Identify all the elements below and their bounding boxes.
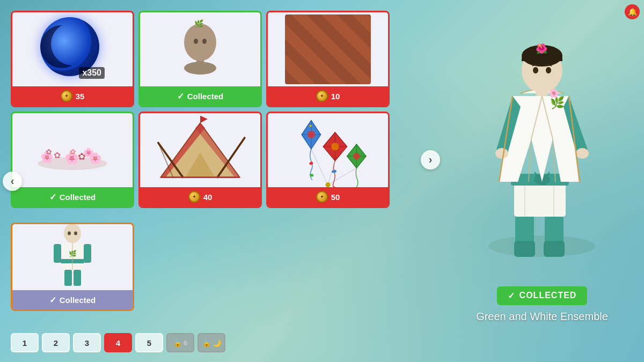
svg-point-27: [308, 131, 315, 138]
svg-text:🌸: 🌸: [83, 147, 94, 158]
avatar-check-icon: ✓: [177, 91, 184, 101]
preview-item-name: Green and White Ensemble: [476, 311, 608, 323]
svg-text:✿: ✿: [46, 147, 52, 156]
svg-text:✿: ✿: [54, 151, 61, 160]
svg-marker-21: [200, 116, 208, 123]
svg-rect-54: [84, 244, 91, 263]
notification-icon[interactable]: 🔔: [625, 4, 640, 19]
kites-preview: ✦: [268, 113, 388, 187]
blossom-svg: 🌸 ✿ 🌸 ✿ 🌸 ✿ ✿ 🌸: [30, 129, 115, 172]
badge-collected-label: COLLECTED: [519, 291, 577, 300]
texture-coin-icon: ✦: [316, 90, 328, 102]
kites-price: 50: [331, 193, 340, 202]
preview-character-svg: 🌿 🌸 🌺: [467, 42, 617, 278]
page-btn-5[interactable]: 5: [135, 333, 163, 352]
outfit-mini-svg: 🌿: [43, 224, 102, 290]
locked-page-6-label: 6: [184, 339, 187, 347]
item-card-texture[interactable]: ✦ 10: [266, 11, 390, 107]
tent-preview: [140, 113, 260, 187]
svg-rect-53: [54, 244, 61, 263]
lock-icon-moon: 🔒: [202, 339, 211, 347]
svg-text:🌿: 🌿: [194, 19, 204, 28]
item-card-outfit[interactable]: 🌿 ✓ Collected: [11, 223, 134, 311]
preview-character: 🌿 🌸 🌺: [462, 40, 623, 281]
main-container: 🔔 ‹ › x350: [0, 0, 644, 362]
kites-coin-icon: ✦: [316, 191, 328, 203]
locked-page-moon-label: 🌙: [213, 339, 221, 347]
svg-point-55: [68, 231, 71, 235]
page-btn-2[interactable]: 2: [42, 333, 70, 352]
svg-point-57: [488, 235, 596, 257]
moon-shards-price: 35: [76, 92, 85, 101]
svg-rect-51: [64, 270, 72, 286]
svg-text:🌺: 🌺: [536, 43, 548, 55]
svg-point-76: [533, 67, 538, 73]
outfit-check-icon: ✓: [49, 295, 56, 305]
preview-section: 🌿 🌸 🌺 ✓ COLLECT: [440, 0, 644, 362]
texture-preview: [268, 12, 388, 86]
lock-icon-6: 🔒: [173, 339, 182, 347]
kites-footer: ✦ 50: [268, 187, 388, 206]
blossoms-footer: ✓ Collected: [12, 187, 133, 206]
avatar-svg: 🌿: [176, 14, 224, 84]
svg-text:🌿: 🌿: [550, 95, 565, 110]
svg-text:✦: ✦: [309, 123, 313, 129]
item-card-moon-shards[interactable]: x350 ✦ 35: [11, 11, 134, 107]
svg-line-40: [311, 149, 328, 185]
tent-footer: ✦ 40: [140, 187, 260, 206]
tent-coin-icon: ✦: [188, 191, 200, 203]
page-btn-4[interactable]: 4: [104, 333, 132, 352]
blossoms-collected-label: Collected: [60, 193, 96, 202]
svg-rect-61: [544, 241, 565, 257]
moon-shards-preview: x350: [12, 12, 133, 86]
svg-point-1: [184, 24, 216, 61]
avatar-collected-label: Collected: [187, 92, 224, 101]
grid-rows: x350 ✦ 35: [11, 11, 435, 208]
item-card-tent[interactable]: ✦ 40: [138, 112, 262, 208]
svg-point-77: [546, 67, 551, 73]
page-btn-1[interactable]: 1: [11, 333, 39, 352]
svg-point-43: [326, 182, 331, 187]
svg-rect-60: [514, 241, 535, 257]
svg-point-44: [64, 224, 81, 243]
blossoms-check-icon: ✓: [49, 192, 56, 202]
grid-row-1: x350 ✦ 35: [11, 11, 435, 107]
collected-badge: ✓ COLLECTED: [497, 286, 588, 305]
outfit-footer: ✓ Collected: [12, 290, 133, 309]
texture-visual: [285, 14, 371, 84]
svg-point-5: [184, 62, 216, 75]
pagination-bar: 1 2 3 4 5 🔒 6 🔒 🌙: [11, 333, 225, 352]
texture-price: 10: [331, 92, 340, 101]
svg-text:✿: ✿: [70, 147, 76, 156]
svg-point-34: [331, 143, 339, 150]
svg-rect-52: [74, 270, 81, 286]
svg-point-29: [309, 161, 314, 165]
item-card-avatar[interactable]: 🌿 ✓ Collected: [138, 11, 262, 107]
svg-point-56: [74, 231, 77, 235]
item-card-blossoms[interactable]: 🌸 ✿ 🌸 ✿ 🌸 ✿ ✿ 🌸 ✓ Collected: [11, 112, 134, 208]
kite-svg: ✦: [268, 113, 388, 187]
item-card-kites[interactable]: ✦: [266, 112, 390, 208]
svg-point-3: [202, 39, 207, 44]
svg-text:🌿: 🌿: [69, 249, 77, 257]
svg-rect-62: [514, 182, 566, 217]
moon-shards-footer: ✦ 35: [12, 86, 133, 106]
outfit-card-wrapper: 🌿 ✓ Collected: [11, 223, 134, 311]
page-btn-3[interactable]: 3: [73, 333, 101, 352]
moon-crescent: [51, 23, 94, 65]
outfit-preview: 🌿: [12, 224, 133, 290]
avatar-footer: ✓ Collected: [140, 86, 260, 106]
svg-point-70: [576, 148, 589, 159]
blossoms-preview: 🌸 ✿ 🌸 ✿ 🌸 ✿ ✿ 🌸: [12, 113, 133, 187]
badge-check-icon: ✓: [508, 291, 515, 301]
tent-svg: [140, 113, 260, 187]
nav-right-button[interactable]: ›: [421, 150, 440, 169]
page-btn-6-locked: 🔒 6: [166, 333, 194, 352]
avatar-preview: 🌿: [140, 12, 260, 86]
svg-point-39: [353, 153, 360, 159]
nav-left-button[interactable]: ‹: [3, 172, 22, 191]
svg-point-2: [194, 39, 198, 44]
texture-footer: ✦ 10: [268, 86, 388, 106]
moon-visual: x350: [40, 17, 105, 82]
coin-icon: ✦: [61, 90, 72, 102]
